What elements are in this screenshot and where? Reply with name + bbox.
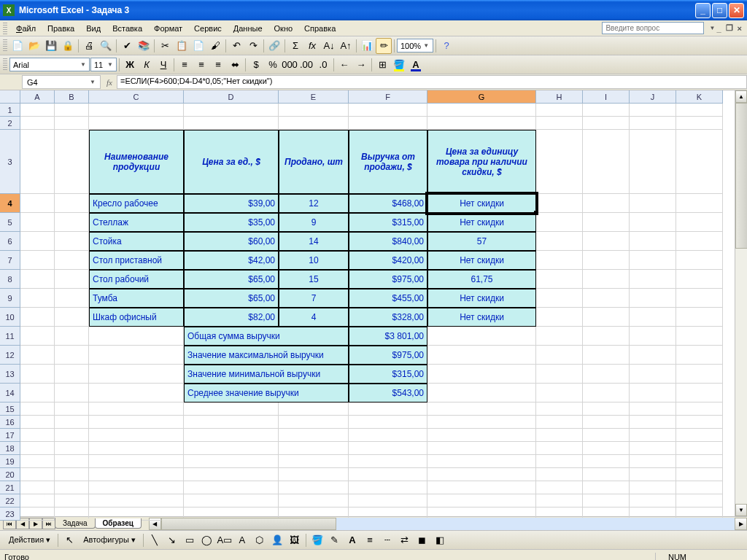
- row-header-16[interactable]: 16: [0, 416, 20, 429]
- cell-sold-8[interactable]: 15: [279, 270, 349, 289]
- cell-price-6[interactable]: $60,00: [184, 232, 279, 251]
- oval-icon[interactable]: ◯: [199, 532, 215, 548]
- row-header-13[interactable]: 13: [0, 365, 20, 384]
- cell-name-9[interactable]: Тумба: [89, 289, 184, 308]
- header-price[interactable]: Цена за ед., $: [184, 130, 279, 194]
- column-headers[interactable]: ABCDEFGHIJK: [20, 90, 723, 104]
- spelling-icon[interactable]: ✔: [119, 38, 135, 54]
- percent-icon[interactable]: %: [265, 57, 281, 73]
- row-header-6[interactable]: 6: [0, 232, 20, 251]
- menu-file[interactable]: Файл: [10, 23, 42, 34]
- line-style-icon[interactable]: ≡: [362, 532, 378, 548]
- summary-val-12[interactable]: $975,00: [349, 346, 427, 365]
- summary-label-13[interactable]: Значение минимальной выручки: [184, 365, 349, 384]
- header-name[interactable]: Наименование продукции: [89, 130, 184, 194]
- clipart-icon[interactable]: 👤: [269, 532, 285, 548]
- fill-handle[interactable]: [534, 211, 538, 214]
- arrow-style-icon[interactable]: ⇄: [397, 532, 413, 548]
- autosum-icon[interactable]: Σ: [287, 38, 303, 54]
- decrease-indent-icon[interactable]: ←: [336, 57, 352, 73]
- cell-sold-10[interactable]: 4: [279, 308, 349, 327]
- currency-icon[interactable]: $: [248, 57, 264, 73]
- row-header-7[interactable]: 7: [0, 251, 20, 270]
- cell-sold-9[interactable]: 7: [279, 289, 349, 308]
- line-icon[interactable]: ╲: [147, 532, 163, 548]
- menu-data[interactable]: Данные: [228, 23, 268, 34]
- col-header-G[interactable]: G: [427, 90, 536, 104]
- row-headers[interactable]: 1234567891011121314151617181920212223: [0, 104, 20, 521]
- spreadsheet-grid[interactable]: ABCDEFGHIJK 1234567891011121314151617181…: [0, 90, 747, 516]
- row-header-11[interactable]: 11: [0, 327, 20, 346]
- redo-icon[interactable]: ↷: [245, 38, 261, 54]
- scroll-thumb[interactable]: [735, 103, 747, 249]
- wordart-icon[interactable]: A: [234, 532, 250, 548]
- research-icon[interactable]: 📚: [136, 38, 152, 54]
- copy-icon[interactable]: 📋: [174, 38, 190, 54]
- summary-label-14[interactable]: Среднее значение выручки: [184, 384, 349, 402]
- row-header-5[interactable]: 5: [0, 213, 20, 232]
- hscroll-thumb[interactable]: [161, 518, 336, 530]
- col-header-F[interactable]: F: [349, 90, 427, 104]
- col-header-I[interactable]: I: [583, 90, 630, 104]
- cell-rev-5[interactable]: $315,00: [349, 213, 427, 232]
- increase-indent-icon[interactable]: →: [353, 57, 369, 73]
- row-header-3[interactable]: 3: [0, 130, 20, 194]
- cell-price-8[interactable]: $65,00: [184, 270, 279, 289]
- row-header-22[interactable]: 22: [0, 494, 20, 508]
- cell-disc-10[interactable]: Нет скидки: [427, 308, 536, 327]
- cell-price-4[interactable]: $39,00: [184, 194, 279, 213]
- cell-rev-10[interactable]: $328,00: [349, 308, 427, 327]
- maximize-button[interactable]: □: [712, 3, 727, 18]
- menu-help[interactable]: Справка: [298, 23, 341, 34]
- row-header-20[interactable]: 20: [0, 468, 20, 481]
- dash-style-icon[interactable]: ┄: [379, 532, 395, 548]
- open-icon[interactable]: 📂: [26, 38, 42, 54]
- cell-sold-5[interactable]: 9: [279, 213, 349, 232]
- summary-val-13[interactable]: $315,00: [349, 365, 427, 384]
- font-color-icon[interactable]: A: [344, 532, 360, 548]
- drawing-icon[interactable]: ✏: [376, 38, 392, 54]
- cell-name-10[interactable]: Шкаф офисный: [89, 308, 184, 327]
- vertical-scrollbar[interactable]: ▲ ▼: [735, 90, 747, 516]
- 3d-icon[interactable]: ◧: [432, 532, 448, 548]
- undo-icon[interactable]: ↶: [228, 38, 244, 54]
- align-center-icon[interactable]: ≡: [193, 57, 209, 73]
- row-header-19[interactable]: 19: [0, 455, 20, 468]
- col-header-J[interactable]: J: [630, 90, 676, 104]
- summary-val-11[interactable]: $3 801,00: [349, 327, 427, 346]
- mdi-close-button[interactable]: ×: [735, 24, 744, 33]
- row-header-21[interactable]: 21: [0, 481, 20, 494]
- formula-input[interactable]: =ЕСЛИ(F4>600;D4-D4*0,05;"Нет скидки"): [117, 75, 747, 89]
- horizontal-scrollbar[interactable]: ◀ ▶: [149, 518, 747, 530]
- scroll-right-button[interactable]: ▶: [735, 518, 747, 530]
- header-sold[interactable]: Продано, шт: [279, 130, 349, 194]
- col-header-H[interactable]: H: [536, 90, 583, 104]
- paste-icon[interactable]: 📄: [190, 38, 206, 54]
- menu-format[interactable]: Формат: [148, 23, 188, 34]
- cell-price-10[interactable]: $82,00: [184, 308, 279, 327]
- row-header-15[interactable]: 15: [0, 402, 20, 416]
- cell-disc-8[interactable]: 61,75: [427, 270, 536, 289]
- summary-val-14[interactable]: $543,00: [349, 384, 427, 402]
- name-box[interactable]: G4▼: [22, 75, 101, 89]
- permission-icon[interactable]: 🔒: [60, 38, 76, 54]
- help-question-input[interactable]: [602, 22, 704, 34]
- sort-desc-icon[interactable]: A↑: [338, 38, 354, 54]
- function-icon[interactable]: fx: [304, 38, 320, 54]
- cell-name-8[interactable]: Стол рабочий: [89, 270, 184, 289]
- autoshapes-menu[interactable]: Автофигуры ▾: [79, 534, 140, 546]
- cell-disc-4[interactable]: Нет скидки: [427, 194, 536, 213]
- chart-icon[interactable]: 📊: [359, 38, 375, 54]
- close-button[interactable]: ✕: [729, 3, 744, 18]
- cell-name-4[interactable]: Кресло рабочее: [89, 194, 184, 213]
- sort-asc-icon[interactable]: A↓: [321, 38, 337, 54]
- cell-rev-9[interactable]: $455,00: [349, 289, 427, 308]
- cut-icon[interactable]: ✂: [157, 38, 173, 54]
- new-icon[interactable]: 📄: [9, 38, 26, 54]
- col-header-C[interactable]: C: [89, 90, 184, 104]
- cell-disc-6[interactable]: 57: [427, 232, 536, 251]
- rectangle-icon[interactable]: ▭: [182, 532, 198, 548]
- font-color-icon[interactable]: A: [408, 57, 424, 73]
- bold-icon[interactable]: Ж: [122, 57, 138, 73]
- row-header-8[interactable]: 8: [0, 270, 20, 289]
